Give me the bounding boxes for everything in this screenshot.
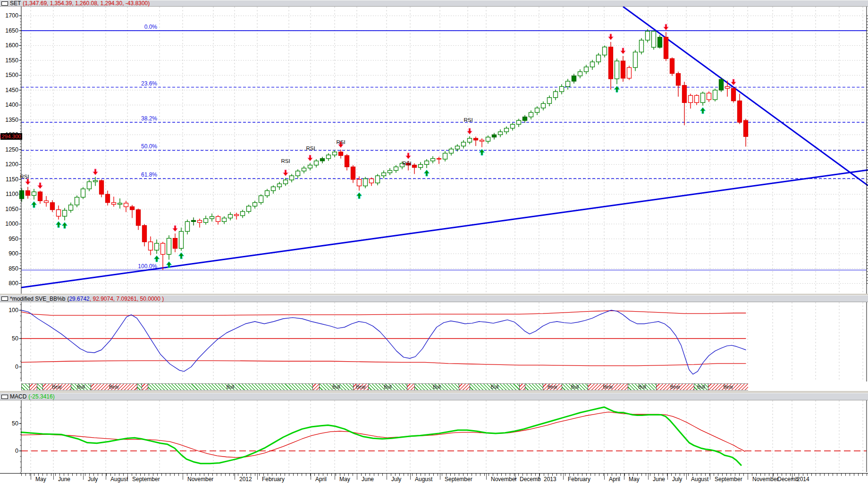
candlestick	[173, 238, 177, 248]
bb-axis-label: 50	[12, 335, 18, 342]
candlestick	[253, 203, 257, 206]
candlestick	[486, 137, 490, 141]
legend-checkbox-icon[interactable]	[1, 297, 8, 301]
candlestick	[443, 153, 447, 159]
candlestick	[20, 191, 24, 199]
regime-segment-label: Bear	[547, 384, 558, 390]
month-label: May	[629, 476, 640, 483]
price-axis-label: 1250	[5, 146, 18, 153]
candlestick	[652, 31, 656, 47]
price-axis-label: 950	[8, 236, 18, 242]
month-label: September	[715, 476, 742, 483]
candlestick	[462, 142, 466, 146]
month-tick	[486, 474, 487, 480]
month-tick	[106, 474, 106, 480]
candlestick	[308, 165, 312, 168]
fib-label: 61.8%	[141, 171, 157, 178]
price-axis-label: 850	[8, 265, 18, 272]
month-label: 2012	[239, 476, 252, 483]
candlestick	[590, 62, 595, 67]
candlestick	[560, 86, 564, 92]
rsi-annotation: RSI	[463, 117, 472, 123]
bb-axis-label: 100	[8, 307, 18, 314]
candlestick	[357, 179, 362, 186]
legend-checkbox-icon[interactable]	[1, 1, 8, 6]
candlestick	[112, 203, 116, 204]
month-label: August	[110, 476, 128, 483]
candlestick	[228, 214, 233, 218]
month-label: April	[315, 476, 327, 483]
candlestick	[615, 61, 619, 79]
candlestick	[216, 217, 220, 222]
candlestick	[210, 217, 214, 219]
candlestick	[480, 140, 484, 142]
month-tick	[667, 474, 668, 480]
fib-label: 38.2%	[141, 115, 157, 122]
candlestick	[725, 86, 730, 88]
regime-segment-bear	[29, 383, 37, 390]
month-tick	[387, 474, 387, 480]
regime-segment-bull: Bull	[562, 383, 588, 390]
candlestick	[468, 138, 472, 142]
regime-segment-bear: Bear	[543, 383, 562, 390]
month-label: November	[752, 476, 778, 483]
legend-checkbox-icon[interactable]	[1, 395, 8, 399]
sve-value-1: 29.6742	[69, 296, 89, 302]
sell-arrow-icon	[25, 179, 31, 185]
sve-values-rest: , 92.9074, 7.09261, 50.0000 )	[90, 296, 164, 302]
candlestick	[314, 161, 319, 165]
price-axis-label: 1400	[5, 102, 18, 108]
rsi-annotation: RSI	[281, 158, 290, 164]
price-axis-label: 800	[8, 280, 18, 287]
regime-segment-label: Bear	[723, 384, 733, 390]
candlestick	[535, 108, 539, 112]
candlestick	[695, 95, 699, 102]
upper-band-line	[21, 311, 746, 315]
sell-arrow-icon	[93, 169, 98, 175]
sell-arrow-icon	[731, 79, 736, 85]
month-tick	[183, 474, 183, 480]
candlestick	[345, 156, 349, 167]
month-tick	[127, 474, 128, 480]
candlestick	[63, 210, 67, 216]
buy-arrow-icon	[32, 202, 37, 208]
rsi-annotation: RSI	[402, 161, 411, 166]
month-tick	[604, 474, 605, 480]
candlestick	[38, 192, 42, 201]
regime-segment-label: Bull	[332, 384, 341, 390]
candlestick	[179, 231, 184, 248]
regime-segment-bull: Bull	[71, 383, 91, 390]
price-axis-label: 1200	[5, 161, 18, 168]
candlestick	[523, 117, 527, 121]
regime-segment-bear	[459, 383, 470, 390]
candlestick	[701, 93, 705, 102]
candlestick	[69, 205, 73, 210]
month-label: May	[35, 476, 46, 483]
last-price-tag-value: 1294.300	[0, 134, 21, 139]
candlestick	[597, 55, 601, 62]
fib-label: 0.0%	[144, 24, 158, 30]
price-axis-label: 1100	[6, 191, 18, 197]
regime-segment-bull: Bull	[148, 383, 312, 390]
sell-arrow-icon	[283, 170, 288, 176]
regime-segment-label: Bull	[383, 384, 392, 390]
candlestick	[192, 220, 196, 222]
candlestick	[664, 37, 668, 59]
regime-segment-bear: Bear	[588, 383, 628, 390]
set-panel-titlebar: SET (1,347.69, 1,354.39, 1,260.08, 1,294…	[0, 0, 868, 7]
month-label: August	[415, 476, 432, 483]
candlestick	[517, 120, 521, 124]
regime-segment-bear	[142, 383, 148, 390]
month-label: November	[187, 476, 213, 483]
candlestick	[87, 182, 92, 189]
candlestick	[241, 212, 245, 216]
month-label: April	[609, 476, 620, 483]
candlestick	[738, 101, 742, 122]
macd-name-label: MACD	[10, 393, 26, 400]
buy-arrow-icon	[154, 255, 160, 262]
candlestick	[633, 52, 638, 68]
regime-segment-label: Bull	[490, 384, 499, 390]
month-tick	[515, 474, 515, 480]
month-tick	[792, 474, 792, 480]
month-label: 2014	[797, 476, 809, 483]
